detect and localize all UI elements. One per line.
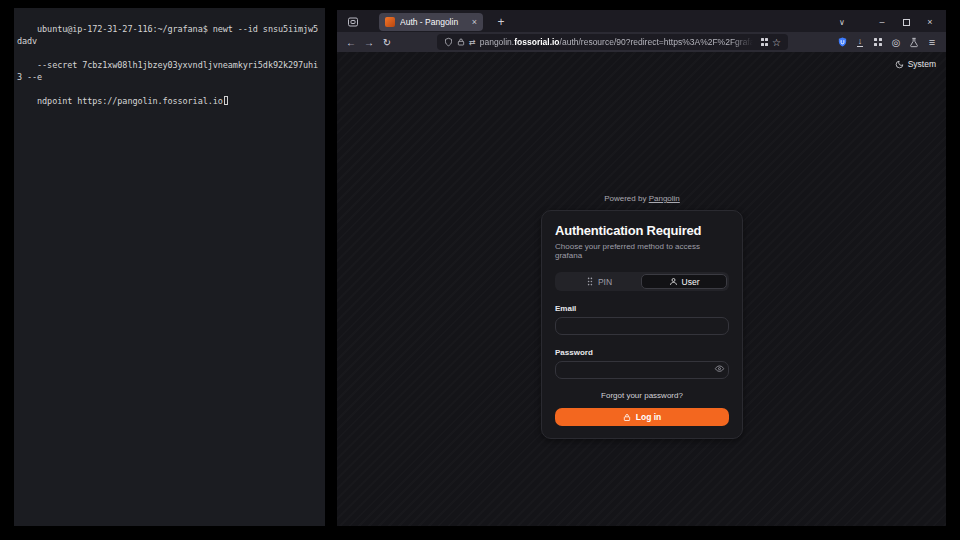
tab-user[interactable]: User [641, 274, 727, 289]
back-button[interactable]: ← [343, 34, 359, 50]
list-all-tabs-button[interactable]: ∨ [830, 13, 854, 31]
browser-tab[interactable]: Auth - Pangolin × [379, 13, 483, 31]
lock-icon [623, 413, 631, 422]
user-icon [669, 277, 678, 286]
terminal-cursor [224, 96, 229, 105]
show-password-button[interactable] [711, 361, 727, 377]
pinpad-icon [586, 277, 594, 286]
auth-column: Powered by Pangolin Authentication Requi… [541, 194, 743, 439]
terminal-line: ubuntu@ip-172-31-27-116:~/grafana$ newt … [17, 24, 318, 46]
url-domain: fossorial.io [514, 37, 559, 47]
browser-window: Auth - Pangolin × + ∨ – × ← → ↻ ⇄ pan [337, 10, 946, 526]
card-subtitle: Choose your preferred method to access g… [555, 242, 729, 260]
shield-icon[interactable] [444, 37, 453, 47]
app-menu-button[interactable]: ≡ [924, 34, 940, 50]
labs-flask-icon[interactable] [906, 34, 922, 50]
powered-by-text: Powered by [604, 194, 646, 203]
bookmark-star-icon[interactable]: ☆ [772, 37, 781, 48]
page-content: System Powered by Pangolin Authenticatio… [337, 52, 946, 526]
maximize-icon [903, 19, 910, 26]
password-label: Password [555, 348, 729, 357]
lock-icon[interactable] [457, 37, 465, 47]
login-button[interactable]: Log in [555, 408, 729, 426]
firefox-view-icon[interactable] [345, 14, 361, 30]
minimize-button[interactable]: – [870, 13, 894, 31]
blue-shield-extension-icon[interactable] [834, 34, 850, 50]
permissions-swap-icon[interactable]: ⇄ [469, 38, 476, 47]
tab-pin-label: PIN [598, 277, 612, 287]
forgot-password-link[interactable]: Forgot your password? [555, 391, 729, 400]
extensions-grid-icon [874, 38, 882, 46]
auth-method-tabs: PIN User [555, 272, 729, 291]
url-text: pangolin.fossorial.io/auth/resource/90?r… [480, 37, 753, 47]
terminal-window[interactable]: ubuntu@ip-172-31-27-116:~/grafana$ newt … [14, 8, 325, 526]
forward-button[interactable]: → [361, 34, 377, 50]
tab-title: Auth - Pangolin [400, 17, 467, 27]
password-field-wrap [555, 357, 729, 379]
new-tab-button[interactable]: + [491, 13, 511, 31]
tab-user-label: User [682, 277, 700, 287]
password-input[interactable] [555, 361, 729, 379]
account-button[interactable]: ◎ [888, 34, 904, 50]
terminal-line: --secret 7cbz1xw08lh1jbzey03yxvndljvneam… [17, 60, 318, 82]
maximize-button[interactable] [894, 13, 918, 31]
url-path: /auth/resource/90?redirect=https%3A%2F%2… [560, 37, 753, 47]
tab-close-icon[interactable]: × [472, 17, 477, 27]
url-prefix: pangolin. [480, 37, 515, 47]
pangolin-link[interactable]: Pangolin [649, 194, 680, 203]
email-input[interactable] [555, 317, 729, 335]
extensions-button[interactable] [870, 34, 886, 50]
terminal-output: ubuntu@ip-172-31-27-116:~/grafana$ newt … [14, 8, 325, 119]
reload-button[interactable]: ↻ [379, 34, 395, 50]
shortcuts-grid-icon[interactable] [761, 38, 769, 46]
navigation-toolbar: ← → ↻ ⇄ pangolin.fossorial.io/auth/resou… [337, 32, 946, 52]
theme-toggle-label: System [908, 59, 936, 69]
auth-card: Authentication Required Choose your pref… [541, 210, 743, 439]
tab-pin[interactable]: PIN [557, 274, 641, 289]
close-button[interactable]: × [918, 13, 942, 31]
login-button-label: Log in [636, 412, 662, 422]
terminal-line: ndpoint https://pangolin.fossorial.io [37, 96, 223, 106]
theme-toggle[interactable]: System [895, 59, 936, 69]
powered-by: Powered by Pangolin [541, 194, 743, 203]
download-icon: ↓ [857, 37, 864, 48]
moon-icon [895, 60, 904, 69]
url-bar[interactable]: ⇄ pangolin.fossorial.io/auth/resource/90… [437, 34, 788, 50]
tab-bar: Auth - Pangolin × + ∨ – × [337, 10, 946, 32]
email-label: Email [555, 304, 729, 313]
card-title: Authentication Required [555, 223, 729, 238]
pangolin-favicon-icon [385, 17, 395, 27]
downloads-button[interactable]: ↓ [852, 34, 868, 50]
